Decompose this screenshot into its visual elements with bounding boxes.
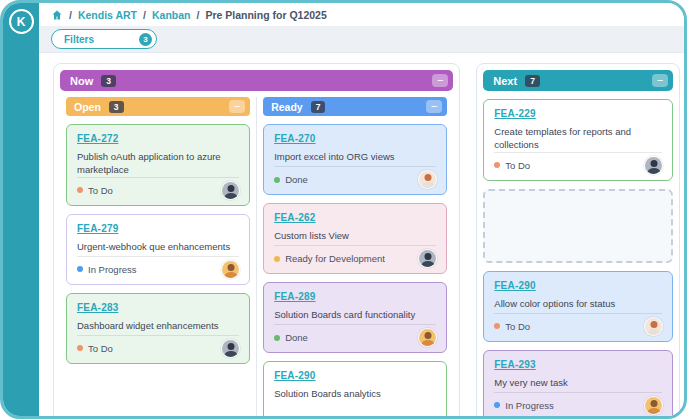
status-dot bbox=[274, 177, 280, 183]
card-footer: Done bbox=[274, 324, 436, 346]
column-ready: Ready 7 FEA-270 Import excel into ORG vi… bbox=[256, 97, 453, 416]
card-title: Dashboard widget enhancements bbox=[77, 320, 239, 333]
app-window: K / Kendis ART / Kanban / Pre Planning f… bbox=[0, 0, 687, 419]
group-now-header: Now 3 bbox=[60, 70, 453, 91]
card-footer: To Do bbox=[77, 335, 239, 357]
card-footer: To Do bbox=[494, 152, 662, 174]
status-dot bbox=[274, 256, 280, 262]
card-title: Import excel into ORG views bbox=[274, 151, 436, 164]
card-footer: Ready for Development bbox=[274, 245, 436, 267]
column-open: Open 3 FEA-272 Publish oAuth application… bbox=[60, 97, 256, 416]
kendis-logo[interactable]: K bbox=[9, 9, 34, 34]
card-id-link[interactable]: FEA-229 bbox=[494, 108, 535, 119]
group-now-columns: Open 3 FEA-272 Publish oAuth application… bbox=[60, 97, 453, 416]
kanban-board: Now 3 Open 3 FEA-272 Publis bbox=[39, 53, 684, 416]
card-title: Custom lists View bbox=[274, 230, 436, 243]
breadcrumb-separator: / bbox=[143, 9, 146, 21]
assignee-avatar[interactable] bbox=[645, 157, 662, 174]
column-open-count-badge: 3 bbox=[109, 101, 124, 113]
collapse-icon[interactable] bbox=[229, 100, 245, 113]
filter-bar: Filters 3 bbox=[39, 26, 684, 53]
assignee-avatar[interactable] bbox=[645, 318, 662, 335]
collapse-icon[interactable] bbox=[432, 74, 448, 87]
card-fea-262[interactable]: FEA-262 Custom lists View Ready for Deve… bbox=[263, 203, 447, 274]
breadcrumb: / Kendis ART / Kanban / Pre Planning for… bbox=[39, 3, 684, 26]
card-status: To Do bbox=[88, 185, 113, 196]
group-next-title: Next bbox=[493, 75, 517, 87]
card-fea-290-ready[interactable]: FEA-290 Solution Boards analytics bbox=[263, 361, 447, 416]
empty-drop-zone[interactable] bbox=[483, 189, 673, 263]
column-ready-title: Ready bbox=[271, 101, 303, 113]
assignee-avatar[interactable] bbox=[645, 397, 662, 414]
card-title: Urgent-webhook que enhancements bbox=[77, 241, 239, 254]
column-open-title: Open bbox=[74, 101, 101, 113]
card-fea-229[interactable]: FEA-229 Create templates for reports and… bbox=[483, 99, 673, 181]
card-fea-289[interactable]: FEA-289 Solution Boards card functionali… bbox=[263, 282, 447, 353]
status-dot bbox=[494, 402, 500, 408]
card-id-link[interactable]: FEA-293 bbox=[494, 359, 535, 370]
card-footer: In Progress bbox=[77, 256, 239, 278]
card-footer: In Progress bbox=[494, 392, 662, 414]
card-id-link[interactable]: FEA-270 bbox=[274, 133, 315, 144]
card-fea-270[interactable]: FEA-270 Import excel into ORG views Done bbox=[263, 124, 447, 195]
status-dot bbox=[494, 323, 500, 329]
card-footer: Done bbox=[274, 166, 436, 188]
card-footer: To Do bbox=[77, 177, 239, 199]
card-title: Allow color options for status bbox=[494, 298, 662, 311]
group-next-count-badge: 7 bbox=[525, 75, 540, 87]
kendis-logo-letter: K bbox=[17, 15, 26, 29]
breadcrumb-separator: / bbox=[196, 9, 199, 21]
assignee-avatar[interactable] bbox=[419, 329, 436, 346]
card-status: To Do bbox=[505, 321, 530, 332]
collapse-icon[interactable] bbox=[652, 74, 668, 87]
assignee-avatar[interactable] bbox=[419, 171, 436, 188]
card-id-link[interactable]: FEA-283 bbox=[77, 302, 118, 313]
filters-button-label: Filters bbox=[64, 34, 94, 45]
card-status: Done bbox=[285, 174, 308, 185]
breadcrumb-link-kanban[interactable]: Kanban bbox=[152, 9, 191, 21]
card-id-link[interactable]: FEA-290 bbox=[274, 370, 315, 381]
group-next-header: Next 7 bbox=[483, 70, 673, 91]
card-id-link[interactable]: FEA-272 bbox=[77, 133, 118, 144]
group-now-title: Now bbox=[70, 75, 93, 87]
card-status: To Do bbox=[88, 343, 113, 354]
card-fea-279[interactable]: FEA-279 Urgent-webhook que enhancements … bbox=[66, 214, 250, 285]
sidebar: K bbox=[3, 3, 39, 416]
assignee-avatar[interactable] bbox=[419, 250, 436, 267]
status-dot bbox=[77, 266, 83, 272]
card-status: In Progress bbox=[505, 400, 554, 411]
card-status: Done bbox=[285, 332, 308, 343]
group-next: Next 7 FEA-229 Create templates for repo… bbox=[476, 63, 680, 416]
filters-count-badge: 3 bbox=[139, 33, 152, 46]
collapse-icon[interactable] bbox=[426, 100, 442, 113]
group-now: Now 3 Open 3 FEA-272 Publis bbox=[53, 63, 460, 416]
assignee-avatar[interactable] bbox=[222, 182, 239, 199]
column-ready-header: Ready 7 bbox=[263, 97, 447, 116]
card-status: Ready for Development bbox=[285, 253, 385, 264]
column-ready-count-badge: 7 bbox=[311, 101, 326, 113]
status-dot bbox=[494, 162, 500, 168]
breadcrumb-link-kendis-art[interactable]: Kendis ART bbox=[78, 9, 137, 21]
filters-button[interactable]: Filters 3 bbox=[51, 29, 157, 49]
assignee-avatar[interactable] bbox=[222, 261, 239, 278]
card-id-link[interactable]: FEA-289 bbox=[274, 291, 315, 302]
card-title: Solution Boards analytics bbox=[274, 388, 436, 401]
card-title: Solution Boards card functionality bbox=[274, 309, 436, 322]
assignee-avatar[interactable] bbox=[222, 340, 239, 357]
card-id-link[interactable]: FEA-279 bbox=[77, 223, 118, 234]
card-title: My very new task bbox=[494, 377, 662, 390]
card-id-link[interactable]: FEA-290 bbox=[494, 280, 535, 291]
card-fea-283[interactable]: FEA-283 Dashboard widget enhancements To… bbox=[66, 293, 250, 364]
card-fea-272[interactable]: FEA-272 Publish oAuth application to azu… bbox=[66, 124, 250, 206]
home-icon[interactable] bbox=[51, 9, 63, 21]
card-fea-293[interactable]: FEA-293 My very new task In Progress bbox=[483, 350, 673, 416]
card-title: Create templates for reports and collect… bbox=[494, 126, 662, 152]
group-now-count-badge: 3 bbox=[101, 75, 116, 87]
card-id-link[interactable]: FEA-262 bbox=[274, 212, 315, 223]
breadcrumb-separator: / bbox=[69, 9, 72, 21]
main-content: / Kendis ART / Kanban / Pre Planning for… bbox=[39, 3, 684, 416]
card-footer: To Do bbox=[494, 313, 662, 335]
card-fea-290-next[interactable]: FEA-290 Allow color options for status T… bbox=[483, 271, 673, 342]
card-status: In Progress bbox=[88, 264, 137, 275]
status-dot bbox=[77, 187, 83, 193]
